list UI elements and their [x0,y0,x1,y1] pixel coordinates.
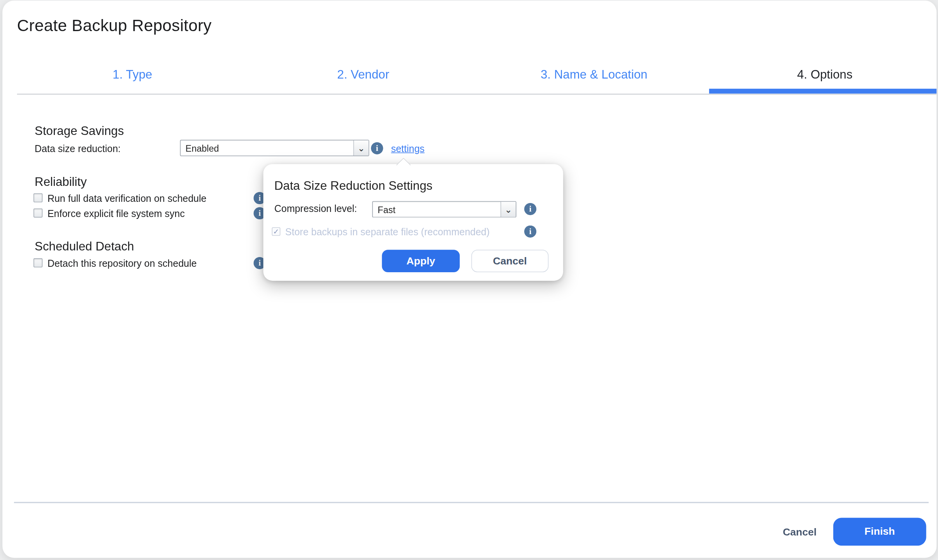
detach-checkbox[interactable] [33,258,42,267]
store-separate-files-label: Store backups in separate files (recomme… [285,227,490,238]
store-separate-files-checkbox: ✓ [272,227,280,236]
page-title: Create Backup Repository [17,16,212,35]
chevron-down-icon[interactable]: ⌄ [353,140,369,156]
reliability-heading: Reliability [35,175,87,189]
storage-savings-heading: Storage Savings [35,124,124,138]
popover-title: Data Size Reduction Settings [274,178,432,192]
data-size-reduction-value: Enabled [186,143,219,153]
verification-checkbox[interactable] [33,193,42,202]
canvas: Create Backup Repository 1. Type 2. Vend… [0,0,938,560]
compression-level-select[interactable]: Fast ⌄ [372,201,516,217]
info-icon[interactable]: i [524,226,536,238]
data-size-reduction-select[interactable]: Enabled ⌄ [180,140,369,156]
active-tab-underline [709,89,936,94]
cancel-button[interactable]: Cancel [774,525,826,540]
compression-level-value: Fast [378,204,395,215]
data-size-reduction-label: Data size reduction: [35,144,121,154]
settings-link[interactable]: settings [391,144,425,154]
tab-name-location[interactable]: 3. Name & Location [479,60,710,89]
tab-type[interactable]: 1. Type [17,60,248,89]
fs-sync-checkbox[interactable] [33,208,42,217]
chevron-down-icon[interactable]: ⌄ [501,202,516,217]
tabs-divider [17,94,937,95]
fs-sync-label: Enforce explicit file system sync [47,208,185,219]
info-icon[interactable]: i [371,142,383,154]
apply-button[interactable]: Apply [382,250,460,272]
wizard-dialog: Create Backup Repository 1. Type 2. Vend… [2,1,936,558]
tab-options[interactable]: 4. Options [710,60,937,89]
popover-caret-icon [396,158,411,172]
verification-label: Run full data verification on schedule [47,193,207,204]
wizard-steps: 1. Type 2. Vendor 3. Name & Location 4. … [17,60,937,89]
compression-level-label: Compression level: [274,203,357,214]
popover-cancel-button[interactable]: Cancel [471,250,548,272]
detach-label: Detach this repository on schedule [47,258,197,269]
tab-vendor[interactable]: 2. Vendor [248,60,479,89]
scheduled-detach-heading: Scheduled Detach [35,240,134,254]
info-icon[interactable]: i [524,203,536,215]
footer-divider [14,502,929,503]
data-size-reduction-popover: Data Size Reduction Settings Compression… [263,164,563,281]
finish-button[interactable]: Finish [833,518,926,546]
